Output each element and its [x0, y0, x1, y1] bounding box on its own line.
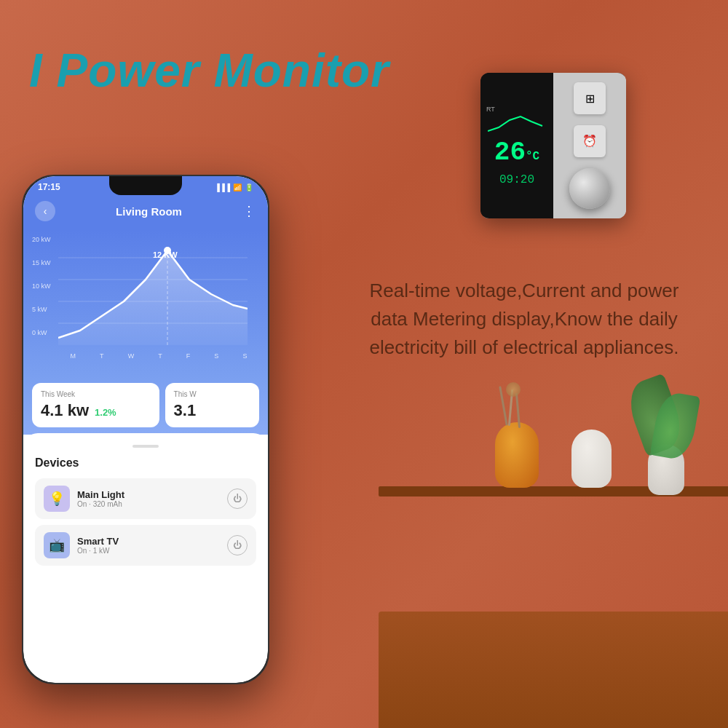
chart-y-labels: 20 kW 15 kW 10 kW 5 kW 0 kW	[32, 236, 51, 336]
this-week-change: 1.2%	[95, 407, 116, 418]
phone: 17:15 ▐▐▐ 📶 🔋 ‹ Living Room ⋮ 20 kW 15 k…	[22, 175, 269, 684]
this-w-label: This W	[174, 390, 250, 398]
y-label-15kw: 15 kW	[32, 259, 51, 266]
x-label-t2: T	[158, 352, 162, 360]
device-smart-tv[interactable]: 📺 Smart TV On · 1 kW ⏻	[35, 525, 256, 566]
thermostat-grid-button[interactable]: ⊞	[574, 82, 606, 114]
smart-tv-info: Smart TV On · 1 kW	[77, 536, 220, 555]
chart-svg: 12 KW	[58, 236, 259, 352]
room-name: Living Room	[116, 205, 182, 218]
status-time: 17:15	[38, 182, 60, 192]
smart-tv-status: On · 1 kW	[77, 547, 220, 555]
x-label-w: W	[128, 352, 135, 360]
y-label-0kw: 0 kW	[32, 329, 51, 336]
thermostat-controls: ⊞ ⏰	[553, 73, 626, 218]
this-week-value: 4.1 kw	[41, 401, 89, 420]
drag-handle	[132, 445, 159, 448]
main-light-power-button[interactable]: ⏻	[227, 488, 248, 509]
amber-vase	[495, 422, 539, 488]
x-label-m: M	[71, 352, 76, 360]
devices-title: Devices	[35, 456, 256, 470]
thermostat-time: 09:20	[499, 173, 534, 186]
x-label-t: T	[100, 352, 104, 360]
chart-area: 20 kW 15 kW 10 kW 5 kW 0 kW 12 KW	[23, 230, 268, 376]
main-light-status: On · 320 mAh	[77, 500, 220, 508]
chart-x-labels: M T W T F S S	[58, 352, 259, 363]
chart-peak-label: 12 KW	[153, 250, 178, 259]
y-label-5kw: 5 kW	[32, 306, 51, 313]
thermostat-graph	[488, 113, 546, 135]
smart-tv-name: Smart TV	[77, 536, 220, 547]
this-w-value: 3.1	[174, 401, 197, 419]
y-label-10kw: 10 kW	[32, 282, 51, 290]
devices-section: Devices 💡 Main Light On · 320 mAh ⏻ 📺 Sm…	[23, 433, 268, 566]
app-header: ‹ Living Room ⋮	[23, 195, 268, 230]
thermostat-knob[interactable]	[569, 168, 610, 209]
this-week-card: This Week 4.1 kw 1.2%	[32, 383, 159, 427]
stats-row: This Week 4.1 kw 1.2% This W 3.1	[23, 376, 268, 435]
phone-body: 17:15 ▐▐▐ 📶 🔋 ‹ Living Room ⋮ 20 kW 15 k…	[22, 175, 269, 684]
status-icons: ▐▐▐ 📶 🔋	[215, 183, 253, 191]
page-title: I Power Monitor	[29, 44, 389, 98]
main-light-info: Main Light On · 320 mAh	[77, 489, 220, 508]
white-vase	[571, 430, 612, 488]
wifi-icon: 📶	[233, 183, 242, 191]
y-label-20kw: 20 kW	[32, 236, 51, 243]
thermostat-clock-button[interactable]: ⏰	[574, 125, 606, 157]
leaf-plant	[648, 444, 684, 495]
back-button[interactable]: ‹	[35, 201, 55, 221]
thermostat-device: RT 26°C 09:20 ⊞ ⏰	[480, 73, 626, 218]
main-light-icon: 💡	[44, 486, 70, 512]
phone-screen: 17:15 ▐▐▐ 📶 🔋 ‹ Living Room ⋮ 20 kW 15 k…	[23, 176, 268, 683]
thermostat-temperature: 26°C	[494, 138, 539, 167]
main-light-name: Main Light	[77, 489, 220, 500]
battery-icon: 🔋	[245, 183, 253, 191]
x-label-s: S	[214, 352, 218, 360]
device-main-light[interactable]: 💡 Main Light On · 320 mAh ⏻	[35, 478, 256, 519]
rt-label: RT	[486, 106, 495, 113]
this-w-card: This W 3.1	[165, 383, 259, 427]
smart-tv-icon: 📺	[44, 532, 70, 558]
shelf	[379, 612, 728, 728]
signal-icon: ▐▐▐	[215, 183, 230, 191]
thermostat-screen: RT 26°C 09:20	[480, 73, 553, 218]
phone-notch	[109, 176, 182, 195]
smart-tv-power-button[interactable]: ⏻	[227, 535, 248, 555]
x-label-s2: S	[242, 352, 247, 360]
menu-button[interactable]: ⋮	[242, 203, 256, 219]
description-text: Real-time voltage,Current and power data…	[349, 277, 699, 362]
x-label-f: F	[186, 352, 191, 360]
this-week-label: This Week	[41, 390, 151, 398]
